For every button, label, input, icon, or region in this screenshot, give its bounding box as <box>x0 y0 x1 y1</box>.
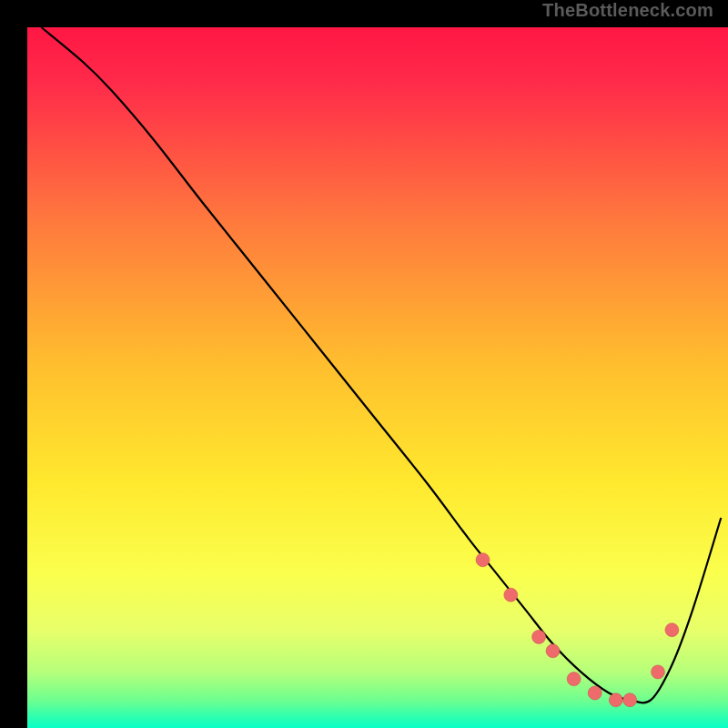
gradient-background <box>27 27 728 728</box>
marker-dot <box>609 693 622 707</box>
watermark-text: TheBottleneck.com <box>542 0 713 21</box>
marker-dot <box>476 553 490 567</box>
chart-frame <box>14 14 714 714</box>
marker-dot <box>546 644 560 658</box>
marker-dot <box>504 588 518 602</box>
marker-dot <box>588 686 602 700</box>
chart-canvas <box>27 27 728 728</box>
marker-dot <box>567 672 581 686</box>
marker-dot <box>652 665 665 679</box>
marker-dot <box>665 623 679 637</box>
marker-dot <box>532 630 546 643</box>
marker-dot <box>623 693 637 707</box>
